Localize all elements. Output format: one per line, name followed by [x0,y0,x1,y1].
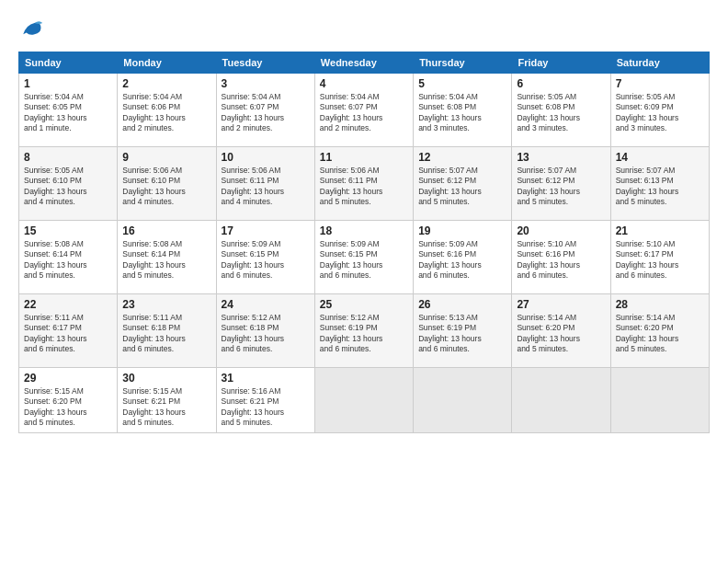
day-cell: 11Sunrise: 5:06 AMSunset: 6:11 PMDayligh… [314,147,413,221]
day-info: Sunrise: 5:14 AMSunset: 6:20 PMDaylight:… [616,313,704,355]
day-cell: 13Sunrise: 5:07 AMSunset: 6:12 PMDayligh… [512,147,610,221]
day-info: Sunrise: 5:06 AMSunset: 6:10 PMDaylight:… [122,166,210,208]
day-cell: 30Sunrise: 5:15 AMSunset: 6:21 PMDayligh… [118,368,216,433]
logo-icon [18,17,44,42]
weekday-header-tuesday: Tuesday [216,52,314,74]
day-info: Sunrise: 5:08 AMSunset: 6:14 PMDaylight:… [24,239,112,282]
week-row-1: 1Sunrise: 5:04 AMSunset: 6:05 PMDaylight… [19,74,710,147]
weekday-header-sunday: Sunday [19,52,118,74]
day-number: 8 [24,151,112,164]
day-cell: 20Sunrise: 5:10 AMSunset: 6:16 PMDayligh… [512,221,610,294]
day-cell [610,368,709,433]
day-info: Sunrise: 5:12 AMSunset: 6:18 PMDaylight:… [222,313,310,355]
day-cell: 9Sunrise: 5:06 AMSunset: 6:10 PMDaylight… [118,147,216,221]
day-info: Sunrise: 5:08 AMSunset: 6:14 PMDaylight:… [122,239,210,282]
weekday-header-row: SundayMondayTuesdayWednesdayThursdayFrid… [19,52,710,74]
day-info: Sunrise: 5:10 AMSunset: 6:17 PMDaylight:… [616,239,704,282]
week-row-5: 29Sunrise: 5:15 AMSunset: 6:20 PMDayligh… [19,368,710,433]
day-info: Sunrise: 5:06 AMSunset: 6:11 PMDaylight:… [320,166,408,208]
day-number: 23 [122,298,210,311]
day-info: Sunrise: 5:05 AMSunset: 6:09 PMDaylight:… [616,92,704,134]
header [18,17,710,42]
day-info: Sunrise: 5:12 AMSunset: 6:19 PMDaylight:… [320,313,408,355]
day-cell: 18Sunrise: 5:09 AMSunset: 6:15 PMDayligh… [314,221,413,294]
day-cell: 23Sunrise: 5:11 AMSunset: 6:18 PMDayligh… [118,294,216,368]
day-info: Sunrise: 5:14 AMSunset: 6:20 PMDaylight:… [517,313,605,355]
day-info: Sunrise: 5:04 AMSunset: 6:07 PMDaylight:… [222,92,310,134]
day-info: Sunrise: 5:09 AMSunset: 6:15 PMDaylight:… [222,239,310,282]
day-number: 21 [616,224,704,237]
day-number: 17 [222,224,310,237]
day-cell: 22Sunrise: 5:11 AMSunset: 6:17 PMDayligh… [19,294,118,368]
day-number: 24 [222,298,310,311]
day-cell: 4Sunrise: 5:04 AMSunset: 6:07 PMDaylight… [314,74,413,147]
day-number: 1 [24,77,112,90]
day-info: Sunrise: 5:11 AMSunset: 6:17 PMDaylight:… [24,313,112,355]
day-cell: 21Sunrise: 5:10 AMSunset: 6:17 PMDayligh… [610,221,709,294]
day-info: Sunrise: 5:07 AMSunset: 6:12 PMDaylight:… [517,166,605,208]
day-number: 19 [418,224,506,237]
day-cell: 25Sunrise: 5:12 AMSunset: 6:19 PMDayligh… [314,294,413,368]
day-number: 27 [517,298,605,311]
weekday-header-monday: Monday [118,52,216,74]
day-cell: 24Sunrise: 5:12 AMSunset: 6:18 PMDayligh… [216,294,314,368]
day-number: 20 [517,224,605,237]
day-info: Sunrise: 5:04 AMSunset: 6:08 PMDaylight:… [418,92,506,134]
day-info: Sunrise: 5:09 AMSunset: 6:15 PMDaylight:… [320,239,408,282]
day-cell: 12Sunrise: 5:07 AMSunset: 6:12 PMDayligh… [414,147,512,221]
week-row-4: 22Sunrise: 5:11 AMSunset: 6:17 PMDayligh… [19,294,710,368]
day-cell: 27Sunrise: 5:14 AMSunset: 6:20 PMDayligh… [512,294,610,368]
page: SundayMondayTuesdayWednesdayThursdayFrid… [0,0,728,563]
day-cell: 5Sunrise: 5:04 AMSunset: 6:08 PMDaylight… [414,74,512,147]
day-info: Sunrise: 5:07 AMSunset: 6:13 PMDaylight:… [616,166,704,208]
weekday-header-friday: Friday [512,52,610,74]
calendar-table: SundayMondayTuesdayWednesdayThursdayFrid… [18,52,710,433]
day-number: 25 [320,298,408,311]
day-cell: 2Sunrise: 5:04 AMSunset: 6:06 PMDaylight… [118,74,216,147]
day-info: Sunrise: 5:16 AMSunset: 6:21 PMDaylight:… [222,386,310,429]
day-cell: 31Sunrise: 5:16 AMSunset: 6:21 PMDayligh… [216,368,314,433]
day-number: 3 [222,77,310,90]
day-number: 6 [517,77,605,90]
week-row-3: 15Sunrise: 5:08 AMSunset: 6:14 PMDayligh… [19,221,710,294]
day-info: Sunrise: 5:09 AMSunset: 6:16 PMDaylight:… [418,239,506,282]
day-cell [414,368,512,433]
day-cell: 6Sunrise: 5:05 AMSunset: 6:08 PMDaylight… [512,74,610,147]
day-info: Sunrise: 5:04 AMSunset: 6:06 PMDaylight:… [122,92,210,134]
day-cell [314,368,413,433]
day-number: 30 [122,372,210,385]
day-info: Sunrise: 5:04 AMSunset: 6:07 PMDaylight:… [320,92,408,134]
day-cell [512,368,610,433]
day-cell: 3Sunrise: 5:04 AMSunset: 6:07 PMDaylight… [216,74,314,147]
weekday-header-wednesday: Wednesday [314,52,413,74]
day-cell: 26Sunrise: 5:13 AMSunset: 6:19 PMDayligh… [414,294,512,368]
day-cell: 7Sunrise: 5:05 AMSunset: 6:09 PMDaylight… [610,74,709,147]
day-number: 18 [320,224,408,237]
day-number: 22 [24,298,112,311]
day-number: 5 [418,77,506,90]
day-info: Sunrise: 5:13 AMSunset: 6:19 PMDaylight:… [418,313,506,355]
day-number: 15 [24,224,112,237]
day-number: 28 [616,298,704,311]
day-number: 7 [616,77,704,90]
day-cell: 29Sunrise: 5:15 AMSunset: 6:20 PMDayligh… [19,368,118,433]
day-cell: 14Sunrise: 5:07 AMSunset: 6:13 PMDayligh… [610,147,709,221]
day-cell: 19Sunrise: 5:09 AMSunset: 6:16 PMDayligh… [414,221,512,294]
day-info: Sunrise: 5:15 AMSunset: 6:20 PMDaylight:… [24,386,112,429]
day-info: Sunrise: 5:05 AMSunset: 6:10 PMDaylight:… [24,166,112,208]
day-number: 12 [418,151,506,164]
day-number: 14 [616,151,704,164]
week-row-2: 8Sunrise: 5:05 AMSunset: 6:10 PMDaylight… [19,147,710,221]
day-cell: 28Sunrise: 5:14 AMSunset: 6:20 PMDayligh… [610,294,709,368]
day-cell: 1Sunrise: 5:04 AMSunset: 6:05 PMDaylight… [19,74,118,147]
day-cell: 17Sunrise: 5:09 AMSunset: 6:15 PMDayligh… [216,221,314,294]
day-cell: 10Sunrise: 5:06 AMSunset: 6:11 PMDayligh… [216,147,314,221]
day-number: 16 [122,224,210,237]
day-cell: 15Sunrise: 5:08 AMSunset: 6:14 PMDayligh… [19,221,118,294]
day-info: Sunrise: 5:06 AMSunset: 6:11 PMDaylight:… [222,166,310,208]
day-cell: 16Sunrise: 5:08 AMSunset: 6:14 PMDayligh… [118,221,216,294]
day-number: 29 [24,372,112,385]
day-info: Sunrise: 5:11 AMSunset: 6:18 PMDaylight:… [122,313,210,355]
day-info: Sunrise: 5:10 AMSunset: 6:16 PMDaylight:… [517,239,605,282]
day-number: 26 [418,298,506,311]
